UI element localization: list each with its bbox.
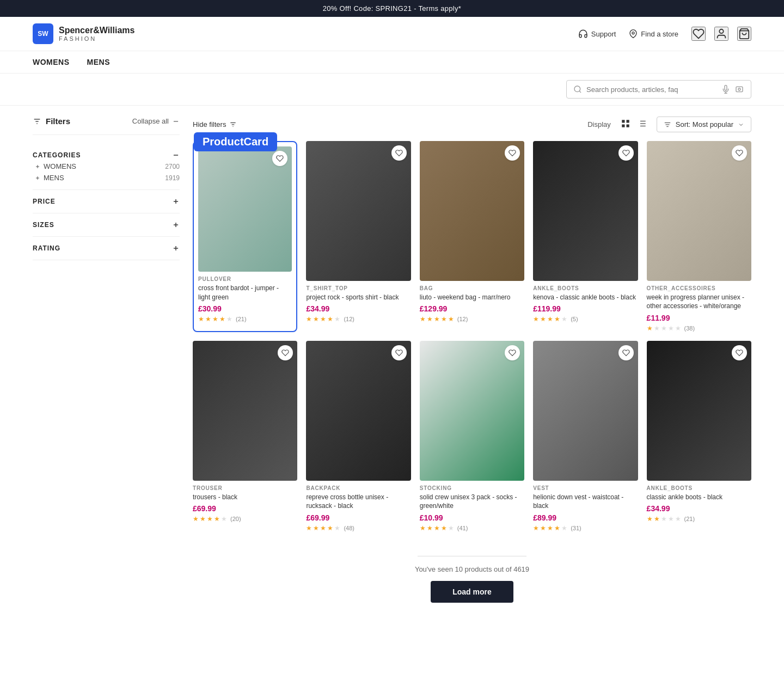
product-card[interactable]: TROUSER trousers - black £69.99 ★★★★★ (2… (193, 341, 297, 532)
wishlist-header-button[interactable] (691, 27, 706, 41)
product-card[interactable]: BACKPACK repreve cross bottle unisex - r… (306, 341, 411, 532)
wishlist-button[interactable] (732, 345, 747, 360)
product-card[interactable]: STOCKING solid crew unisex 3 pack - sock… (420, 341, 524, 532)
heart-small-icon (395, 349, 403, 357)
wishlist-button[interactable] (618, 145, 634, 161)
heart-small-icon (395, 149, 403, 157)
wishlist-button[interactable] (732, 145, 747, 161)
product-card[interactable]: BAG liuto - weekend bag - marr/nero £129… (420, 141, 524, 332)
wishlist-button[interactable] (618, 345, 634, 360)
product-image (306, 341, 411, 481)
product-card[interactable]: T_SHIRT_TOP project rock - sports shirt … (306, 141, 411, 332)
star: ★ (540, 524, 546, 532)
filter-item-womens[interactable]: WOMENS 2700 (33, 159, 180, 170)
product-name: trousers - black (193, 493, 297, 502)
filter-section-categories: CATEGORIES WOMENS 2700 MENS 1919 (33, 144, 180, 190)
product-card[interactable]: ANKLE_BOOTS classic ankle boots - black … (647, 341, 751, 532)
product-image (647, 141, 751, 281)
collapse-icon (172, 118, 180, 125)
wishlist-button[interactable] (391, 145, 407, 161)
seen-text: You've seen 10 products out of 4619 (193, 565, 751, 573)
sidebar-header: Filters Collapse all (33, 117, 180, 135)
product-category: T_SHIRT_TOP (306, 285, 411, 291)
star: ★ (441, 315, 447, 323)
star: ★ (554, 315, 560, 323)
filter-item-mens[interactable]: MENS 1919 (33, 170, 180, 182)
product-category: STOCKING (420, 485, 524, 491)
star: ★ (226, 315, 232, 323)
star: ★ (654, 515, 660, 523)
mic-icon[interactable] (721, 85, 730, 94)
collapse-all-button[interactable]: Collapse all (132, 117, 180, 125)
svg-rect-28 (622, 125, 624, 127)
product-image-placeholder (420, 341, 524, 481)
star: ★ (193, 515, 199, 523)
product-price: £34.99 (306, 304, 411, 313)
review-count: (20) (230, 516, 241, 522)
star: ★ (647, 324, 653, 332)
product-card[interactable]: ANKLE_BOOTS kenova - classic ankle boots… (533, 141, 638, 332)
camera-icon[interactable] (734, 85, 744, 94)
product-card[interactable]: OTHER_ACCESSOIRES week in progress plann… (647, 141, 751, 332)
product-stars: ★★★★★ (21) (198, 315, 292, 323)
product-category: ANKLE_BOOTS (647, 485, 751, 491)
display-sort: Display Sort: Most popular (587, 117, 751, 132)
product-name: kenova - classic ankle boots - black (533, 293, 638, 302)
star: ★ (334, 524, 340, 532)
star: ★ (668, 324, 674, 332)
load-more-button[interactable]: Load more (431, 581, 513, 603)
filter-section-price: PRICE (33, 190, 180, 213)
hide-filters-button[interactable]: Hide filters (193, 120, 237, 128)
header-right: Support Find a store (578, 27, 751, 41)
star: ★ (547, 524, 553, 532)
filters-label: Filters (33, 117, 70, 126)
product-stars: ★★★★★ (21) (647, 515, 751, 523)
star: ★ (533, 315, 539, 323)
product-price: £30.99 (198, 304, 292, 313)
categories-header[interactable]: CATEGORIES (33, 151, 180, 159)
rating-header[interactable]: RATING (33, 244, 180, 252)
star: ★ (675, 324, 681, 332)
heart-small-icon (736, 149, 743, 157)
product-grid: ProductCard PULLOVER cross front bardot … (193, 141, 751, 532)
review-count: (41) (457, 525, 468, 531)
grid-view-button[interactable] (620, 118, 632, 131)
grid-icon (621, 119, 630, 128)
wishlist-button[interactable] (391, 345, 407, 360)
star: ★ (313, 524, 319, 532)
product-price: £34.99 (647, 504, 751, 513)
star: ★ (547, 315, 553, 323)
product-card[interactable]: ProductCard PULLOVER cross front bardot … (193, 141, 297, 332)
product-stars: ★★★★★ (20) (193, 515, 297, 523)
star: ★ (675, 515, 681, 523)
heart-small-icon (736, 349, 743, 357)
nav-item-womens[interactable]: WOMENS (33, 58, 70, 66)
wishlist-button[interactable] (505, 145, 520, 161)
support-link[interactable]: Support (578, 29, 616, 39)
filter-toolbar-icon (229, 121, 237, 128)
sort-icon (664, 121, 671, 128)
svg-rect-27 (626, 120, 629, 122)
product-category: BACKPACK (306, 485, 411, 491)
product-price: £89.99 (533, 513, 638, 522)
sort-dropdown[interactable]: Sort: Most popular (657, 117, 751, 132)
products-area: Hide filters Display Sort: Most popular (193, 117, 751, 619)
star: ★ (214, 515, 220, 523)
search-input[interactable] (586, 85, 717, 94)
find-store-link[interactable]: Find a store (629, 29, 678, 39)
star: ★ (533, 524, 539, 532)
price-header[interactable]: PRICE (33, 198, 180, 205)
list-view-button[interactable] (636, 118, 648, 131)
display-icons (620, 118, 648, 131)
svg-rect-6 (736, 87, 743, 91)
nav-item-mens[interactable]: MENS (87, 58, 110, 66)
product-card[interactable]: VEST helionic down vest - waistcoat - bl… (533, 341, 638, 532)
account-button[interactable] (714, 27, 728, 41)
product-name: helionic down vest - waistcoat - black (533, 493, 638, 511)
cart-button[interactable] (737, 27, 751, 41)
review-count: (48) (344, 525, 354, 531)
star: ★ (654, 324, 660, 332)
svg-rect-26 (622, 120, 624, 122)
sizes-header[interactable]: SIZES (33, 221, 180, 229)
pagination-area: You've seen 10 products out of 4619 Load… (193, 545, 751, 619)
